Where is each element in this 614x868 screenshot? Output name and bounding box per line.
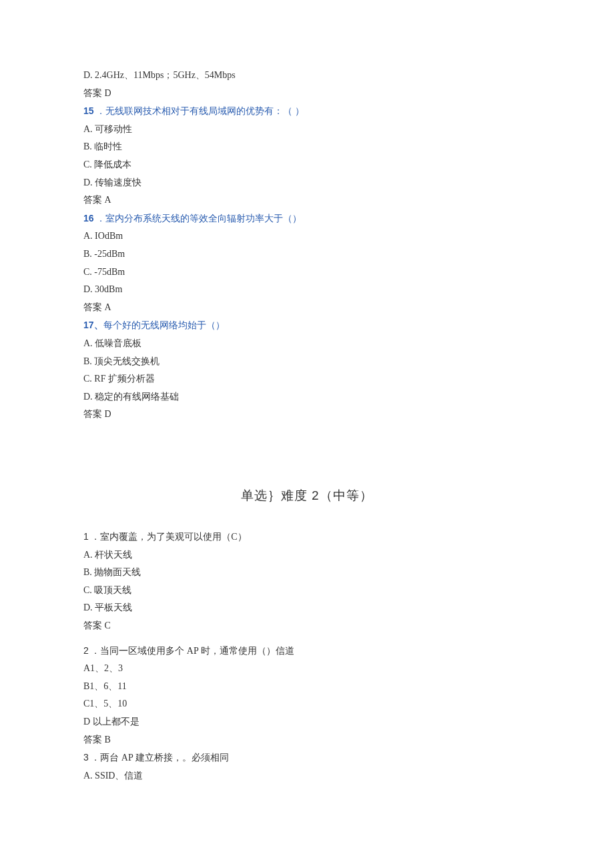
q16-stem: 16 ．室内分布系统天线的等效全向辐射功率大于（）	[83, 209, 531, 228]
section-title-suffix: （中等）	[320, 488, 373, 502]
q17-stem: 17、每个好的无线网络均始于（）	[83, 316, 531, 335]
q14-answer: 答案 D	[83, 85, 531, 103]
q15-option-a: A. 可移动性	[83, 121, 531, 139]
q17-stem-text: 每个好的无线网络均始于（）	[103, 320, 225, 330]
q16-number: 16	[83, 213, 94, 224]
q17-number: 17、	[83, 320, 103, 330]
s2q3-stem-text: ．两台 AP 建立桥接，。必须相同	[91, 753, 228, 763]
q17-option-c: C. RF 扩频分析器	[83, 370, 531, 388]
q16-option-b: B. -25dBm	[83, 246, 531, 264]
s2q3-option-a: A. SSID、信道	[83, 767, 531, 785]
s2q2-option-a: A1、2、3	[83, 660, 531, 678]
section-2-title: 单选｝难度 2（中等）	[83, 484, 531, 508]
s2q1-option-d: D. 平板天线	[83, 599, 531, 617]
q16-option-a: A. IOdBm	[83, 228, 531, 246]
s2q3-number: 3	[83, 752, 89, 763]
q14-option-d: D. 2.4GHz、11Mbps；5GHz、54Mbps	[83, 67, 531, 85]
section-title-prefix: 单选｝难度	[241, 488, 312, 502]
q17-answer: 答案 D	[83, 406, 531, 424]
q15-option-b: B. 临时性	[83, 138, 531, 156]
q16-option-c: C. -75dBm	[83, 264, 531, 282]
s2q3-stem: 3 ．两台 AP 建立桥接，。必须相同	[83, 749, 531, 767]
s2q1-number: 1	[83, 531, 89, 542]
s2q2-answer: 答案 B	[83, 731, 531, 749]
q15-answer: 答案 A	[83, 191, 531, 209]
q15-option-c: C. 降低成本	[83, 156, 531, 174]
q15-number: 15	[83, 105, 94, 116]
s2q1-answer: 答案 C	[83, 617, 531, 635]
q15-option-d: D. 传输速度快	[83, 174, 531, 192]
q17-option-a: A. 低噪音底板	[83, 335, 531, 353]
s2q1-stem: 1 ．室内覆盖，为了美观可以使用（C）	[83, 528, 531, 546]
s2q1-option-b: B. 抛物面天线	[83, 564, 531, 582]
s2q1-stem-text: ．室内覆盖，为了美观可以使用（C）	[91, 532, 246, 542]
s2q1-option-c: C. 吸顶天线	[83, 582, 531, 600]
s2q2-option-c: C1、5、10	[83, 695, 531, 713]
q15-stem-text: ．无线联网技术相对于有线局域网的优势有：（ ）	[94, 106, 304, 116]
section-title-num: 2	[312, 488, 320, 502]
q16-option-d: D. 30dBm	[83, 281, 531, 299]
s2q2-stem: 2 ．当同一区域使用多个 AP 时，通常使用（）信道	[83, 642, 531, 661]
s2q2-option-b: B1、6、11	[83, 678, 531, 696]
q15-stem: 15 ．无线联网技术相对于有线局域网的优势有：（ ）	[83, 102, 531, 121]
s2q2-stem-text: ．当同一区域使用多个 AP 时，通常使用（）信道	[91, 646, 294, 656]
q16-stem-text: ．室内分布系统天线的等效全向辐射功率大于（）	[94, 213, 302, 224]
q16-answer: 答案 A	[83, 299, 531, 317]
document-page: D. 2.4GHz、11Mbps；5GHz、54Mbps 答案 D 15 ．无线…	[0, 0, 614, 868]
q17-option-b: B. 顶尖无线交换机	[83, 353, 531, 371]
s2q2-number: 2	[83, 645, 89, 656]
s2q2-option-d: D 以上都不是	[83, 713, 531, 731]
q17-option-d: D. 稳定的有线网络基础	[83, 388, 531, 406]
s2q1-option-a: A. 杆状天线	[83, 546, 531, 564]
